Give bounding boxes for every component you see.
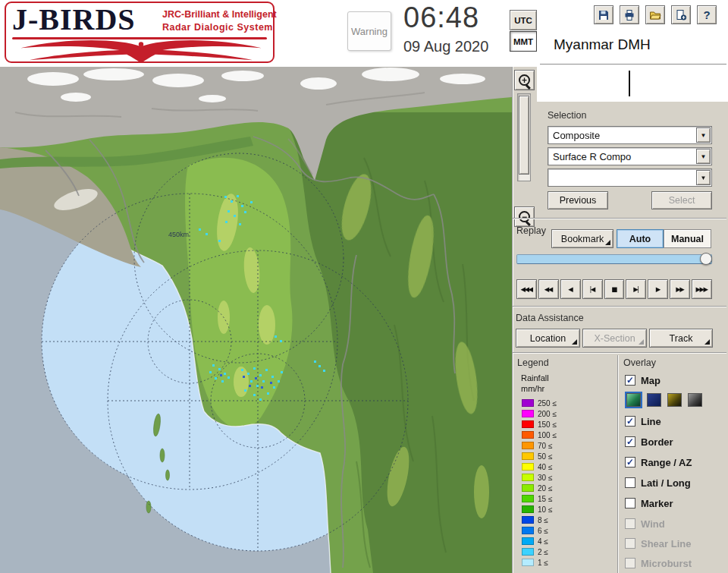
playback-forward-fastest-button[interactable]: ▶▶▶ bbox=[692, 279, 712, 299]
legend-row: 250 ≤ bbox=[522, 398, 613, 408]
jbirds-window: J-BIRDS JRC-Brilliant & Intelligent Rada… bbox=[0, 0, 728, 573]
export-icon bbox=[675, 9, 687, 21]
legend-row: 100 ≤ bbox=[522, 430, 613, 440]
bookmark-button[interactable]: Bookmark bbox=[551, 229, 613, 248]
legend-row: 50 ≤ bbox=[522, 451, 613, 461]
map-style-grayscale-dark[interactable] bbox=[688, 393, 702, 407]
legend-row: 10 ≤ bbox=[522, 504, 613, 515]
export-button[interactable] bbox=[671, 5, 691, 24]
product-value: Surface R Compo bbox=[553, 151, 695, 162]
save-button[interactable] bbox=[594, 5, 613, 24]
legend-color-chip bbox=[522, 431, 534, 439]
overlay-item-lati-long: Lati / Long bbox=[625, 476, 691, 490]
timeline-slider-thumb[interactable] bbox=[700, 253, 712, 265]
legend-color-chip bbox=[522, 548, 534, 556]
replay-label: Replay bbox=[516, 225, 546, 236]
zoom-scrollbar[interactable] bbox=[517, 93, 531, 181]
radar-map-view[interactable]: 450km bbox=[0, 67, 512, 573]
zoom-out-button[interactable]: − bbox=[514, 206, 535, 227]
legend-color-chip bbox=[522, 505, 534, 513]
zoom-in-icon: + bbox=[519, 74, 530, 86]
chevron-down-icon[interactable]: ▼ bbox=[696, 128, 711, 143]
warning-indicator[interactable]: Warning bbox=[347, 11, 391, 51]
data-assistance-label: Data Assistance bbox=[516, 313, 584, 323]
legend-color-chip bbox=[522, 420, 534, 428]
zoom-scrollbar-thumb[interactable] bbox=[519, 96, 529, 175]
border-checkbox[interactable]: ✓ bbox=[625, 436, 635, 447]
location-button[interactable]: Location bbox=[516, 329, 580, 348]
select-button[interactable]: Select bbox=[651, 191, 712, 209]
playback-play-backward-button[interactable]: ◀ bbox=[560, 279, 581, 299]
line-checkbox[interactable]: ✓ bbox=[625, 416, 635, 427]
product-type-dropdown[interactable]: Composite ▼ bbox=[548, 126, 712, 144]
legend-overlay-divider bbox=[617, 355, 619, 573]
section-divider bbox=[513, 218, 726, 219]
legend-title: Rainfall bbox=[521, 373, 549, 383]
station-input[interactable] bbox=[537, 67, 728, 102]
help-icon: ? bbox=[703, 8, 710, 21]
logo-title: J-BIRDS bbox=[12, 2, 136, 37]
map-style-ocean-blue[interactable] bbox=[647, 393, 661, 407]
legend-unit: mm/hr bbox=[521, 384, 544, 393]
previous-button[interactable]: Previous bbox=[548, 191, 608, 209]
logo-subtitle-2: Radar Dialogic System bbox=[162, 22, 273, 33]
playback-step-forward-button[interactable]: ▶| bbox=[626, 279, 646, 299]
chevron-down-icon[interactable]: ▼ bbox=[696, 149, 711, 164]
auto-mode-button[interactable]: Auto bbox=[617, 229, 664, 248]
map-style-olive-dark[interactable] bbox=[667, 393, 682, 407]
playback-stop-button[interactable]: ■ bbox=[604, 279, 625, 299]
marker-checkbox[interactable] bbox=[625, 498, 635, 508]
overlay-item-marker: Marker bbox=[625, 496, 673, 510]
manual-mode-button[interactable]: Manual bbox=[664, 229, 711, 248]
range-az-checkbox[interactable]: ✓ bbox=[625, 457, 635, 468]
radar-map-image: 450km bbox=[0, 67, 512, 573]
legend-color-chip bbox=[522, 516, 534, 524]
lati-long-checkbox[interactable] bbox=[625, 477, 635, 488]
legend-row: 15 ≤ bbox=[522, 493, 613, 504]
product-dropdown[interactable]: Surface R Compo ▼ bbox=[548, 147, 712, 165]
playback-rewind-fast-button[interactable]: ◀◀ bbox=[538, 279, 559, 299]
overlay-item-range-az: ✓ Range / AZ bbox=[625, 455, 692, 469]
playback-step-back-button[interactable]: |◀ bbox=[582, 279, 603, 299]
range-ring-label: 450km bbox=[168, 231, 189, 238]
sub-option-dropdown[interactable]: ▼ bbox=[548, 168, 712, 187]
open-folder-icon bbox=[649, 9, 661, 21]
x-section-button[interactable]: X-Section bbox=[582, 329, 647, 348]
help-button[interactable]: ? bbox=[697, 5, 717, 24]
legend-row: 6 ≤ bbox=[522, 525, 613, 536]
legend-row: 4 ≤ bbox=[522, 536, 613, 546]
section-divider bbox=[513, 306, 726, 307]
save-icon bbox=[598, 9, 610, 21]
legend-row: 150 ≤ bbox=[522, 419, 613, 430]
open-button[interactable] bbox=[645, 5, 665, 24]
zoom-out-icon: − bbox=[519, 211, 530, 222]
print-button[interactable] bbox=[620, 5, 639, 24]
wind-checkbox[interactable] bbox=[625, 518, 635, 529]
playback-play-forward-button[interactable]: ▶ bbox=[648, 279, 668, 299]
legend-label: Legend bbox=[517, 357, 549, 368]
playback-rewind-fastest-button[interactable]: ◀◀◀ bbox=[516, 279, 537, 299]
timezone-mmt-button[interactable]: MMT bbox=[510, 31, 537, 52]
clock-date: 09 Aug 2020 bbox=[403, 38, 488, 55]
chevron-down-icon[interactable]: ▼ bbox=[696, 170, 711, 185]
map-style-terrain-green[interactable] bbox=[626, 393, 641, 407]
legend-color-chip bbox=[522, 452, 534, 460]
playback-controls: ◀◀◀ ◀◀ ◀ |◀ ■ ▶| ▶ ▶▶ ▶▶▶ bbox=[516, 279, 712, 299]
track-button[interactable]: Track bbox=[649, 329, 713, 348]
logo-subtitle-1: JRC-Brilliant & Intelligent bbox=[162, 9, 277, 20]
zoom-in-button[interactable]: + bbox=[514, 70, 535, 90]
playback-forward-fast-button[interactable]: ▶▶ bbox=[670, 279, 690, 299]
timezone-utc-button[interactable]: UTC bbox=[510, 10, 537, 30]
legend-row: 70 ≤ bbox=[522, 440, 613, 451]
product-type-value: Composite bbox=[553, 130, 695, 141]
text-caret bbox=[629, 71, 630, 96]
map-style-swatches bbox=[626, 393, 702, 407]
microburst-checkbox[interactable] bbox=[625, 558, 635, 568]
legend-row: 30 ≤ bbox=[522, 472, 613, 483]
overlay-item-line: ✓ Line bbox=[625, 414, 661, 428]
map-checkbox[interactable]: ✓ bbox=[625, 375, 635, 386]
replay-timeline-slider[interactable] bbox=[516, 254, 712, 264]
print-icon bbox=[623, 9, 635, 21]
shear-line-checkbox[interactable] bbox=[625, 538, 635, 549]
clock-time: 06:48 bbox=[403, 2, 479, 34]
